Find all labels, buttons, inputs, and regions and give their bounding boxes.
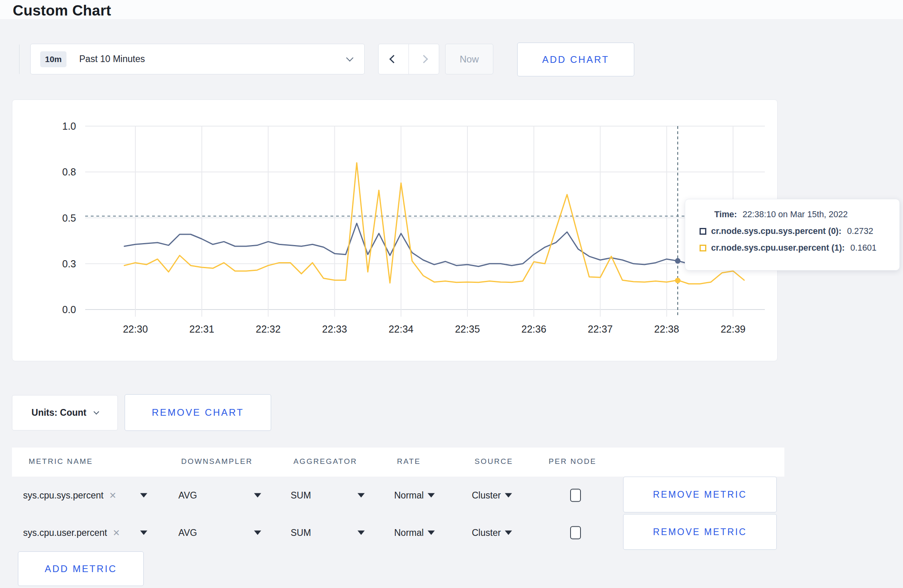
tooltip-series-row: cr.node.sys.cpu.user.percent (1): 0.1601 [700,243,899,253]
x-axis-tick-label: 22:37 [588,323,613,335]
column-header-per-node: PER NODE [549,457,596,466]
tooltip-series-label: cr.node.sys.cpu.user.percent (1): [711,243,845,253]
add-chart-button[interactable]: ADD CHART [517,43,634,76]
page-title: Custom Chart [13,2,111,19]
aggregator-select[interactable]: SUM [291,528,311,538]
per-node-checkbox[interactable] [570,489,581,502]
x-axis-tick-label: 22:35 [455,323,480,335]
column-header-rate: RATE [397,457,421,466]
source-dropdown-icon [505,493,512,498]
time-range-badge: 10m [40,51,66,67]
add-metric-button[interactable]: ADD METRIC [18,551,144,586]
metric-dropdown-icon[interactable] [140,493,147,498]
series-line [124,163,744,284]
metric-name-value: sys.cpu.user.percent [23,528,107,538]
column-header-metric-name: METRIC NAME [29,457,93,466]
rate-dropdown-icon [428,531,435,535]
toolbar-divider [19,45,20,74]
chevron-down-icon [346,54,353,61]
column-header-aggregator: AGGREGATOR [293,457,357,466]
rate-select[interactable]: Normal [394,490,435,501]
metric-name-value: sys.cpu.sys.percent [23,490,104,501]
remove-metric-button[interactable]: REMOVE METRIC [623,477,777,512]
time-prev-button[interactable] [379,44,408,74]
hover-point-dot [675,278,680,283]
remove-chart-button[interactable]: REMOVE CHART [125,394,271,431]
time-nav-group [378,44,439,74]
tooltip-series-value: 0.1601 [850,243,877,253]
x-axis-tick-label: 22:31 [190,323,215,335]
series-line [124,223,744,266]
sys-series-swatch-icon [700,228,706,235]
source-dropdown-icon [505,531,512,535]
tooltip-time-value: 22:38:10 on Mar 15th, 2022 [743,210,848,220]
user-series-swatch-icon [700,245,706,251]
hover-point-dot [675,258,680,264]
column-header-downsampler: DOWNSAMPLER [181,457,253,466]
y-axis-tick-label: 0.8 [62,166,76,177]
x-axis-tick-label: 22:34 [389,323,414,335]
downsampler-dropdown-icon[interactable] [254,531,261,535]
aggregator-select[interactable]: SUM [291,490,311,501]
time-range-select[interactable]: 10m Past 10 Minutes [30,44,365,74]
tooltip-time-label: Time: [714,210,737,220]
metric-name-select[interactable]: sys.cpu.user.percent ✕ [23,528,120,538]
chevron-left-icon [389,55,398,63]
metric-name-select[interactable]: sys.cpu.sys.percent ✕ [23,490,116,501]
y-axis-tick-label: 1.0 [62,121,76,132]
aggregator-dropdown-icon[interactable] [358,493,365,498]
column-header-source: SOURCE [475,457,513,466]
time-range-label: Past 10 Minutes [79,54,347,64]
downsampler-select[interactable]: AVG [178,490,197,501]
clear-metric-icon[interactable]: ✕ [109,490,116,500]
tooltip-series-row: cr.node.sys.cpu.sys.percent (0): 0.2732 [700,226,899,236]
rate-value: Normal [394,490,424,501]
metrics-table-header: METRIC NAME DOWNSAMPLER AGGREGATOR RATE … [12,448,784,477]
rate-value: Normal [394,528,424,538]
source-value: Cluster [472,490,501,501]
rate-select[interactable]: Normal [394,528,435,538]
y-axis-tick-label: 0.3 [62,258,76,269]
x-axis-tick-label: 22:36 [522,323,547,335]
rate-dropdown-icon [428,493,435,498]
metric-row: sys.cpu.sys.percent ✕ AVG SUM Normal Clu… [0,477,903,514]
chevron-right-icon [420,55,428,63]
units-label: Units: Count [31,407,86,418]
x-axis-tick-label: 22:39 [721,323,746,335]
source-value: Cluster [472,528,501,538]
tooltip-time-row: Time: 22:38:10 on Mar 15th, 2022 [700,210,899,220]
metric-dropdown-icon[interactable] [140,531,147,535]
x-axis-tick-label: 22:32 [256,323,281,335]
aggregator-dropdown-icon[interactable] [358,531,365,535]
time-next-button[interactable] [408,44,439,74]
downsampler-select[interactable]: AVG [178,528,197,538]
y-axis-tick-label: 0.5 [62,212,76,224]
source-select[interactable]: Cluster [472,528,512,538]
now-button[interactable]: Now [445,44,493,74]
downsampler-dropdown-icon[interactable] [254,493,261,498]
clear-metric-icon[interactable]: ✕ [113,528,120,538]
x-axis-tick-label: 22:38 [654,323,679,335]
tooltip-series-label: cr.node.sys.cpu.sys.percent (0): [711,226,841,236]
y-axis-tick-label: 0.0 [62,304,76,315]
x-axis-tick-label: 22:33 [322,323,347,335]
remove-metric-button[interactable]: REMOVE METRIC [623,514,777,550]
top-band [0,0,903,19]
line-chart[interactable]: 0.00.30.50.81.022:3022:3122:3222:3322:34… [12,100,778,362]
units-select[interactable]: Units: Count [12,395,118,430]
x-axis-tick-label: 22:30 [123,323,148,335]
chevron-down-icon [94,409,99,414]
metric-row: sys.cpu.user.percent ✕ AVG SUM Normal Cl… [0,514,903,551]
tooltip-series-value: 0.2732 [847,226,873,236]
chart-hover-tooltip: Time: 22:38:10 on Mar 15th, 2022 cr.node… [685,199,900,271]
per-node-checkbox[interactable] [570,526,581,539]
source-select[interactable]: Cluster [472,490,512,501]
chart-panel[interactable]: 0.00.30.50.81.022:3022:3122:3222:3322:34… [12,99,778,361]
